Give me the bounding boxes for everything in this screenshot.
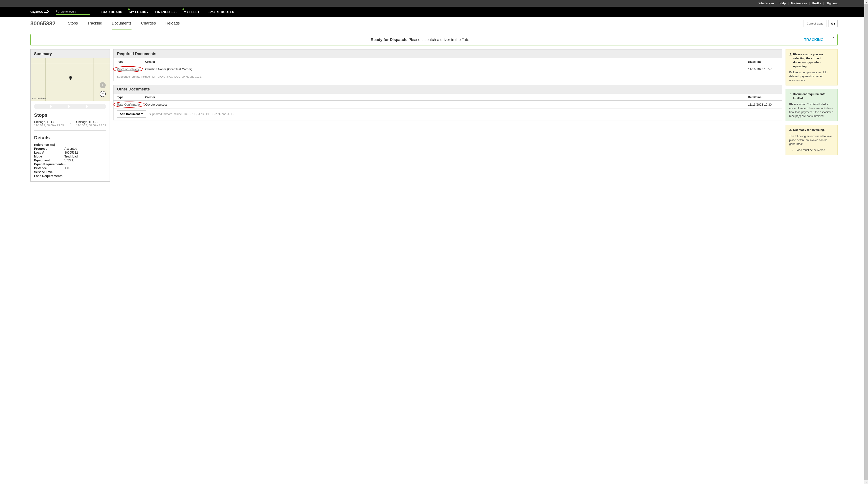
add-document-button[interactable]: Add Document ▼	[117, 110, 146, 118]
summary-header: Summary	[31, 50, 110, 58]
details-row: Distance1 mi	[34, 166, 106, 170]
progress-timeline	[34, 104, 106, 109]
search-input[interactable]	[61, 10, 87, 13]
alert-requirements-fulfilled: ✓Document requirements fulfilled. Please…	[785, 89, 838, 121]
microsoft-icon: ◼	[32, 97, 33, 99]
nav-smart-routes[interactable]: SMART ROUTES	[209, 10, 234, 14]
load-bar: 30065332 Stops Tracking Documents Charge…	[0, 17, 868, 30]
search-wrap	[56, 9, 90, 15]
settings-button[interactable]: ⚙▾	[829, 20, 838, 27]
nav-financials[interactable]: FINANCIALS▾	[155, 10, 177, 14]
summary-panel: Summary + − ◼ Microsoft Bing Stops	[30, 49, 110, 182]
notification-dot-icon	[128, 8, 130, 10]
tab-reloads[interactable]: Reloads	[165, 17, 180, 30]
chevron-down-icon: ▾	[200, 11, 202, 13]
nav-sign-out[interactable]: Sign out	[826, 2, 838, 5]
nav-preferences[interactable]: Preferences	[791, 2, 807, 5]
alert-document-type: ⚠Please ensure you are selecting the cor…	[785, 49, 838, 86]
supported-formats: Supported formats include .TXT, .PDF, .J…	[149, 112, 234, 116]
details-row: ProgressAccepted	[34, 147, 106, 151]
other-docs-header: Other Documents	[114, 85, 782, 94]
tab-tracking[interactable]: Tracking	[88, 17, 102, 30]
map[interactable]: + − ◼ Microsoft Bing	[31, 58, 110, 101]
gear-icon: ⚙	[831, 22, 834, 25]
scrollbar[interactable]: ▴ ▾	[864, 0, 868, 185]
dispatch-banner: Ready for Dispatch. Please dispatch a dr…	[30, 34, 838, 46]
details-row: EquipmentV 53' L	[34, 158, 106, 162]
search-icon	[56, 10, 59, 13]
supported-formats: Supported formats include .TXT, .PDF, .J…	[114, 73, 782, 81]
svg-point-0	[56, 10, 58, 12]
doc-creator: Christine Naber (COY Test Carrier)	[145, 67, 748, 71]
nav-load-board[interactable]: LOAD BOARD	[101, 10, 122, 14]
chevron-down-icon: ▾	[147, 11, 148, 13]
details-row: Service Level--	[34, 170, 106, 174]
table-header: Type Creator Date/Time	[114, 58, 782, 65]
alert-not-ready-invoicing: ⚠Not ready for invoicing. The following …	[785, 125, 838, 155]
table-row: Rate Confirmation Coyote Logistics 11/13…	[114, 101, 782, 109]
logo-arrow-icon	[43, 9, 50, 14]
tab-documents[interactable]: Documents	[112, 17, 131, 30]
main-nav: CoyoteGO LOAD BOARD MY LOADS▾ FINANCIALS…	[0, 7, 868, 17]
notification-dot-icon	[183, 8, 184, 10]
details-row: Equip.Requirements--	[34, 162, 106, 166]
stop-destination: Chicago, IL, US 11/18/23, 00:00 – 23:59	[76, 120, 106, 127]
stop-origin: Chicago, IL, US 11/13/23, 00:00 – 23:59	[34, 120, 64, 127]
nav-help[interactable]: Help	[779, 2, 785, 5]
details-row: Load #30065332	[34, 151, 106, 155]
details-row: Load Requirements--	[34, 174, 106, 178]
required-documents-panel: Required Documents Type Creator Date/Tim…	[113, 49, 782, 81]
table-row: Proof of Delivery Christine Naber (COY T…	[114, 65, 782, 73]
tab-stops[interactable]: Stops	[68, 17, 78, 30]
details-row: ModeTruckload	[34, 155, 106, 158]
nav-my-loads[interactable]: MY LOADS▾	[129, 10, 148, 14]
close-icon[interactable]: ✕	[832, 36, 835, 39]
doc-date: 11/13/2023 10:30	[748, 103, 778, 106]
tab-charges[interactable]: Charges	[141, 17, 156, 30]
nav-profile[interactable]: Profile	[812, 2, 821, 5]
cancel-load-button[interactable]: Cancel Load	[804, 20, 827, 27]
proof-of-delivery-link[interactable]: Proof of Delivery	[117, 67, 139, 71]
banner-tracking-link[interactable]: TRACKING	[804, 38, 824, 42]
map-attribution: ◼ Microsoft Bing	[32, 97, 46, 99]
zoom-in-button[interactable]: +	[100, 82, 106, 88]
map-marker-icon	[69, 76, 72, 81]
check-icon: ✓	[789, 92, 792, 100]
banner-text: Ready for Dispatch. Please dispatch a dr…	[36, 37, 804, 42]
warning-icon: ⚠	[789, 53, 792, 68]
doc-creator: Coyote Logistics	[145, 103, 748, 106]
nav-my-fleet[interactable]: MY FLEET▾	[184, 10, 202, 14]
load-id: 30065332	[30, 20, 62, 27]
details-title: Details	[34, 135, 106, 140]
svg-line-1	[58, 12, 59, 12]
logo[interactable]: CoyoteGO	[30, 9, 50, 14]
stops-title: Stops	[34, 112, 106, 118]
rate-confirmation-link[interactable]: Rate Confirmation	[117, 103, 142, 106]
warning-icon: ⚠	[789, 128, 792, 132]
details-row: Reference #(s)--	[34, 143, 106, 147]
chevron-down-icon: ▾	[176, 11, 177, 13]
invoice-action-item: Load must be delivered	[796, 148, 834, 152]
table-header: Type Creator Date/Time	[114, 94, 782, 101]
nav-whats-new[interactable]: What's New	[758, 2, 774, 5]
details-grid: Reference #(s)--ProgressAcceptedLoad #30…	[34, 143, 106, 178]
scroll-up-icon[interactable]: ▴	[864, 0, 868, 4]
arrow-right-icon: →	[68, 122, 72, 126]
utility-bar: What's New| Help| Preferences| Profile| …	[0, 0, 868, 7]
doc-date: 11/16/2023 15:57	[748, 67, 778, 71]
zoom-out-button[interactable]: −	[100, 91, 106, 97]
required-docs-header: Required Documents	[114, 50, 782, 58]
other-documents-panel: Other Documents Type Creator Date/Time R…	[113, 85, 782, 120]
